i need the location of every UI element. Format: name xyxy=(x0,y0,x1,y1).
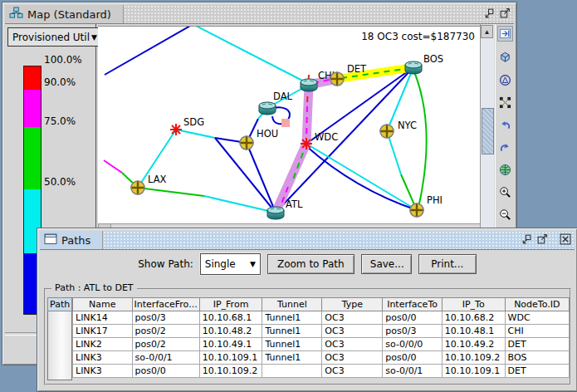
table-row[interactable]: LINK3so-0/0/110.10.109.1Tunnel1OC3pos0/0… xyxy=(73,351,570,365)
map-link[interactable] xyxy=(194,27,309,84)
node-PHI[interactable] xyxy=(410,203,423,217)
zoom-in-icon[interactable] xyxy=(497,184,513,200)
table-cell: Tunnel1 xyxy=(262,351,322,365)
collapse-panel-icon[interactable] xyxy=(497,26,513,42)
legend-label: 100.0% xyxy=(44,54,82,66)
map-link[interactable] xyxy=(105,27,192,75)
node-BOS[interactable] xyxy=(405,61,422,74)
map-canvas[interactable]: SDGLAXHOUDALWDCCHIDETBOSNYCPHIATL 18 OC3… xyxy=(98,26,480,223)
node-DAL[interactable] xyxy=(259,102,276,115)
show-path-value: Single xyxy=(205,258,236,270)
table-cell: 10.10.68.2 xyxy=(442,311,505,325)
table-cell: WDC xyxy=(505,311,569,325)
map-link[interactable] xyxy=(413,70,427,208)
scrollbar-thumb[interactable] xyxy=(482,108,494,154)
node-SDG[interactable] xyxy=(170,124,182,135)
table-cell: LINK17 xyxy=(73,325,133,338)
paths-title-chip: Paths xyxy=(40,231,103,249)
map-link[interactable] xyxy=(306,144,417,210)
topology-icon[interactable] xyxy=(497,95,513,110)
map-link[interactable] xyxy=(247,143,276,213)
table-cell: 10.10.109.2 xyxy=(442,351,505,365)
table-cell: 10.10.68.1 xyxy=(199,311,262,325)
paths-window-title: Paths xyxy=(61,234,90,247)
table-cell: 10.10.48.1 xyxy=(442,325,505,338)
node-label: NYC xyxy=(398,120,417,131)
column-header[interactable]: InterfaceFro... xyxy=(132,298,199,311)
maximize-button[interactable] xyxy=(536,233,550,246)
legend-label: 90.0% xyxy=(44,76,76,88)
table-cell: Tunnel1 xyxy=(262,338,322,351)
table-cell: so-0/0/1 xyxy=(383,365,442,378)
links-table[interactable]: NameInterfaceFro...IP_FromTunnelTypeInte… xyxy=(72,297,570,378)
map-link[interactable] xyxy=(276,67,413,213)
node-label: SDG xyxy=(183,116,204,128)
table-row[interactable]: LINK2pos0/210.10.49.1Tunnel1OC3so-0/0/01… xyxy=(73,338,570,351)
node-label: WDC xyxy=(315,131,338,143)
table-cell: DET xyxy=(505,365,569,378)
util-type-value: Provisioned Util xyxy=(12,32,90,43)
legend-segment xyxy=(24,90,41,127)
table-cell: Tunnel1 xyxy=(262,311,322,325)
table-cell: 10.10.49.2 xyxy=(442,338,505,351)
column-header[interactable]: IP_To xyxy=(442,298,505,311)
desktop: { "map_window": { "title": "Map (Standar… xyxy=(0,0,577,392)
close-button[interactable] xyxy=(560,233,573,246)
node-HOU[interactable] xyxy=(240,136,253,149)
util-type-selector[interactable]: Provisioned Util ▼ xyxy=(7,27,102,47)
node-WDC[interactable] xyxy=(301,138,312,149)
redo-icon[interactable] xyxy=(497,140,513,155)
show-path-selector[interactable]: Single ▼ xyxy=(200,253,261,275)
node-label: LAX xyxy=(148,174,167,185)
restore-button[interactable] xyxy=(521,233,534,246)
print-button[interactable]: Print... xyxy=(418,254,477,274)
node-ATL[interactable] xyxy=(267,207,284,219)
column-header[interactable]: InterfaceTo xyxy=(383,298,442,311)
paths-titlebar[interactable]: Paths xyxy=(40,231,575,250)
highlighted-path[interactable] xyxy=(276,85,309,213)
table-row[interactable]: LINK17pos0/210.10.48.2Tunnel1OC3pos0/310… xyxy=(73,325,570,338)
box-3d-icon[interactable] xyxy=(497,49,513,65)
table-cell: OC3 xyxy=(322,311,383,325)
path-row-header-body xyxy=(48,311,72,380)
select-circle-icon[interactable] xyxy=(497,72,513,88)
path-group-box: Path : ATL to DET Path NameInterfaceFro.… xyxy=(44,288,571,385)
node-label: DAL xyxy=(273,91,293,102)
node-NYC[interactable] xyxy=(380,125,394,138)
table-cell: LINK3 xyxy=(73,351,133,365)
table-cell: Tunnel1 xyxy=(262,325,322,338)
column-header[interactable]: IP_From xyxy=(199,298,262,311)
column-header[interactable]: Type xyxy=(322,298,383,311)
scroll-up-arrow[interactable]: ▲ xyxy=(481,25,493,38)
undo-icon[interactable] xyxy=(497,117,513,133)
map-link[interactable] xyxy=(104,160,122,173)
loop-marker[interactable] xyxy=(281,119,290,127)
table-row[interactable]: LINK3pos0/010.10.109.2OC3so-0/0/110.10.1… xyxy=(73,365,570,378)
path-row-header-table: Path xyxy=(47,297,72,380)
maximize-button[interactable] xyxy=(499,7,512,20)
map-link[interactable] xyxy=(138,188,204,196)
node-LAX[interactable] xyxy=(131,181,144,194)
globe-icon[interactable] xyxy=(497,162,513,178)
table-cell: pos0/2 xyxy=(132,338,199,351)
map-window-title: Map (Standard) xyxy=(27,8,111,21)
save-button[interactable]: Save... xyxy=(361,254,412,274)
legend-label: 75.0% xyxy=(44,115,76,127)
map-titlebar[interactable]: Map (Standard) xyxy=(5,5,514,24)
node-DET[interactable] xyxy=(330,72,344,86)
table-row[interactable]: LINK14pos0/310.10.68.1Tunnel1OC3pos0/010… xyxy=(73,311,570,325)
map-link[interactable] xyxy=(176,130,215,138)
node-CHI[interactable] xyxy=(301,79,317,91)
table-cell: 10.10.109.2 xyxy=(199,365,262,378)
column-header[interactable]: Name xyxy=(73,298,133,311)
column-header[interactable]: Tunnel xyxy=(262,298,322,311)
zoom-out-icon[interactable] xyxy=(497,207,513,223)
table-cell: OC3 xyxy=(322,338,383,351)
table-cell: 10.10.109.1 xyxy=(199,351,262,365)
column-header[interactable]: NodeTo.ID xyxy=(505,298,569,311)
zoom-to-path-button[interactable]: Zoom to Path xyxy=(267,254,355,274)
restore-button[interactable] xyxy=(483,7,496,20)
show-path-label: Show Path: xyxy=(138,258,193,270)
path-column-header[interactable]: Path xyxy=(48,298,72,311)
chevron-down-icon: ▼ xyxy=(250,260,256,268)
